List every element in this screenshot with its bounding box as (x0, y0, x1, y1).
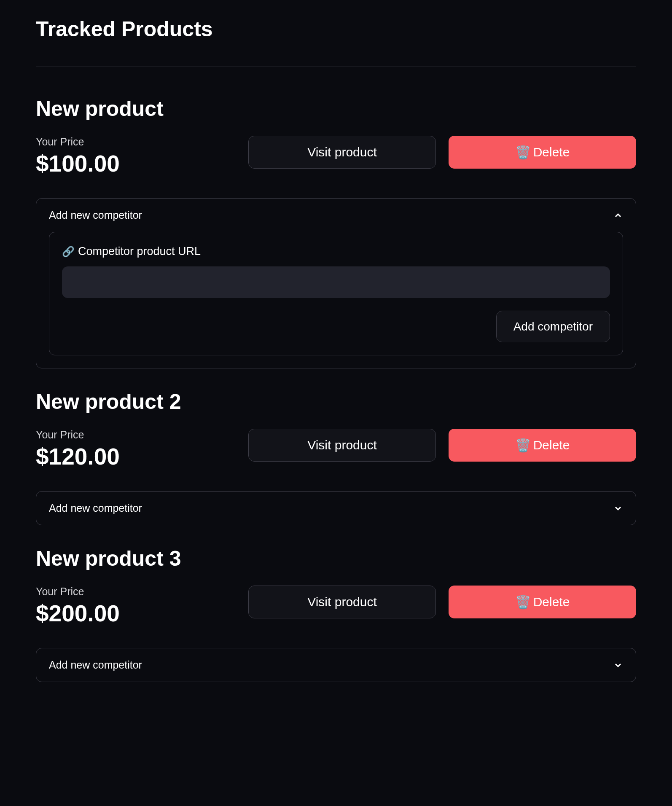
form-actions: Add competitor (62, 311, 610, 342)
competitor-toggle-label: Add new competitor (49, 659, 142, 671)
competitor-toggle[interactable]: Add new competitor (36, 199, 636, 232)
delete-product-button[interactable]: 🗑️ Delete (449, 429, 636, 462)
price-label: Your Price (36, 429, 236, 441)
delete-product-button[interactable]: 🗑️ Delete (449, 586, 636, 618)
competitor-toggle-label: Add new competitor (49, 209, 142, 221)
price-label: Your Price (36, 586, 236, 598)
price-value: $100.00 (36, 150, 236, 177)
product-card: New product 3 Your Price $200.00 Visit p… (36, 546, 636, 682)
chevron-down-icon (613, 660, 623, 670)
link-icon: 🔗 (62, 246, 75, 258)
chevron-up-icon (613, 210, 623, 220)
competitor-url-label: 🔗 Competitor product URL (62, 245, 610, 258)
delete-label: Delete (533, 595, 570, 609)
product-card: New product 2 Your Price $120.00 Visit p… (36, 390, 636, 525)
competitor-form: 🔗 Competitor product URL Add competitor (49, 232, 623, 355)
price-value: $120.00 (36, 443, 236, 470)
delete-product-button[interactable]: 🗑️ Delete (449, 136, 636, 169)
competitor-panel: Add new competitor (36, 491, 636, 525)
competitor-toggle-label: Add new competitor (49, 502, 142, 514)
delete-label: Delete (533, 145, 570, 159)
add-competitor-button[interactable]: Add competitor (496, 311, 610, 342)
competitor-toggle[interactable]: Add new competitor (36, 648, 636, 682)
visit-product-button[interactable]: Visit product (248, 586, 436, 618)
price-block: Your Price $120.00 (36, 429, 236, 470)
product-row: Your Price $100.00 Visit product 🗑️ Dele… (36, 136, 636, 177)
page-title: Tracked Products (36, 17, 636, 41)
visit-product-button[interactable]: Visit product (248, 429, 436, 462)
price-value: $200.00 (36, 600, 236, 627)
competitor-url-text: Competitor product URL (78, 245, 201, 258)
price-block: Your Price $100.00 (36, 136, 236, 177)
competitor-toggle[interactable]: Add new competitor (36, 492, 636, 525)
chevron-down-icon (613, 503, 623, 513)
trash-icon: 🗑️ (515, 145, 531, 160)
product-name: New product (36, 97, 636, 121)
product-card: New product Your Price $100.00 Visit pro… (36, 97, 636, 368)
visit-product-button[interactable]: Visit product (248, 136, 436, 169)
price-block: Your Price $200.00 (36, 586, 236, 627)
product-row: Your Price $120.00 Visit product 🗑️ Dele… (36, 429, 636, 470)
competitor-panel: Add new competitor (36, 648, 636, 682)
trash-icon: 🗑️ (515, 595, 531, 610)
price-label: Your Price (36, 136, 236, 148)
divider (36, 67, 636, 67)
product-name: New product 2 (36, 390, 636, 414)
delete-label: Delete (533, 438, 570, 452)
competitor-url-input[interactable] (62, 266, 610, 298)
competitor-panel: Add new competitor 🔗 Competitor product … (36, 198, 636, 368)
trash-icon: 🗑️ (515, 438, 531, 453)
product-name: New product 3 (36, 546, 636, 571)
competitor-body: 🔗 Competitor product URL Add competitor (36, 232, 636, 368)
product-row: Your Price $200.00 Visit product 🗑️ Dele… (36, 586, 636, 627)
